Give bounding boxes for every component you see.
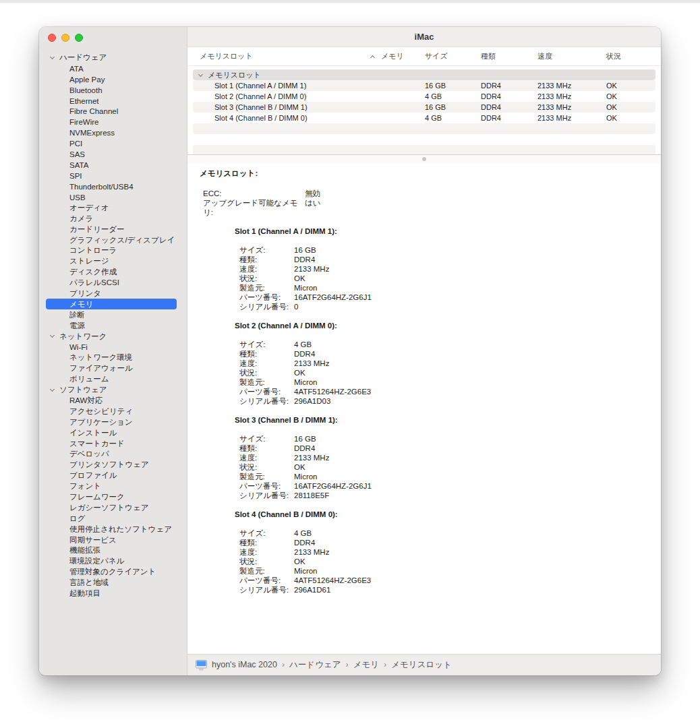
sidebar-item-category[interactable]: 診断 (39, 309, 187, 320)
sidebar-item-category[interactable]: ATA (39, 63, 187, 74)
sidebar-item-category[interactable]: ネットワーク環境 (39, 353, 187, 363)
chevron-down-icon[interactable] (50, 55, 55, 59)
sidebar-item-label: デベロッパ (69, 449, 109, 459)
chevron-down-icon[interactable] (50, 333, 55, 338)
sidebar-item-category[interactable]: Apple Pay (39, 74, 187, 85)
sidebar-item-category[interactable]: ディスク作成 (39, 267, 187, 278)
cell-size: 4 GB (425, 114, 481, 122)
sidebar-item-category[interactable]: プリンタ (39, 289, 187, 299)
table-row[interactable]: Slot 3 (Channel B / DIMM 1)16 GBDDR42133… (193, 102, 655, 113)
sidebar-item-category[interactable]: インストール (39, 427, 187, 438)
cell-status: OK (606, 103, 655, 111)
sidebar-item-category[interactable]: フレームワーク (39, 492, 187, 503)
detail-field: 製造元:Micron (239, 377, 661, 387)
zoom-window-button[interactable] (75, 34, 83, 42)
sidebar-item-label: カメラ (69, 214, 93, 224)
sidebar-item-label: Thunderbolt/USB4 (69, 183, 134, 191)
detail-field-value: 2133 MHz (294, 264, 329, 274)
column-header[interactable]: 速度 (537, 51, 606, 61)
sidebar-item-category[interactable]: 同期サービス (39, 535, 187, 545)
sidebar-item-category[interactable]: プリンタソフトウェア (39, 460, 187, 471)
sidebar-item-category[interactable]: Ethernet (39, 96, 187, 107)
column-header[interactable]: 種類 (481, 51, 537, 61)
table-row[interactable]: Slot 2 (Channel A / DIMM 0)4 GBDDR42133 … (193, 91, 655, 102)
sidebar-item-category[interactable]: 機能拡張 (39, 545, 187, 556)
sidebar-item-category[interactable]: NVMExpress (39, 127, 187, 138)
sidebar-item-label: プリンタ (69, 289, 101, 299)
breadcrumb: hyon's iMac 2020›ハードウェア›メモリ›メモリスロット (212, 659, 452, 671)
sidebar-item-category[interactable]: アプリケーション (39, 417, 187, 427)
column-header[interactable]: メモリ (381, 51, 425, 61)
sidebar-item-category[interactable]: Bluetooth (39, 85, 187, 96)
sidebar-item-label: 機能拡張 (69, 545, 100, 555)
sidebar-item-label: SATA (69, 161, 88, 169)
sidebar-item-category[interactable]: アクセシビリティ (39, 406, 187, 417)
sidebar-item-group[interactable]: ソフトウェア (39, 385, 187, 396)
sidebar-item-category[interactable]: ボリューム (39, 374, 187, 385)
sidebar-item-category[interactable]: レガシーソフトウェア (39, 502, 187, 513)
sidebar-item-category[interactable]: カードリーダー (39, 224, 187, 235)
sidebar-item-category[interactable]: Wi-Fi (39, 342, 187, 353)
sidebar-item-category[interactable]: 起動項目 (39, 588, 187, 599)
table-row[interactable]: Slot 1 (Channel A / DIMM 1)16 GBDDR42133… (193, 80, 655, 91)
column-header[interactable]: サイズ (425, 51, 481, 61)
table-group-row[interactable]: メモリスロット (193, 69, 655, 80)
sidebar-item-category[interactable]: デベロッパ (39, 449, 187, 460)
sidebar-item-category[interactable]: 管理対象のクライアント (39, 567, 187, 578)
sidebar-item-category[interactable]: 言語と地域 (39, 578, 187, 588)
detail-field-label: パーツ番号: (239, 481, 294, 491)
table-row[interactable]: Slot 4 (Channel B / DIMM 0)4 GBDDR42133 … (193, 113, 655, 123)
sidebar-item-category[interactable]: SATA (39, 160, 187, 171)
sidebar-item-label: PCI (69, 140, 82, 148)
sidebar-item-category[interactable]: フォント (39, 481, 187, 492)
sidebar-item-category[interactable]: RAW対応 (39, 396, 187, 406)
sidebar-item-category[interactable]: Fibre Channel (39, 106, 187, 117)
sidebar-item-category[interactable]: 環境設定パネル (39, 556, 187, 567)
chevron-down-icon[interactable] (50, 387, 55, 392)
sidebar-item-category[interactable]: スマートカード (39, 438, 187, 449)
sidebar-item-category[interactable]: グラフィックス/ディスプレイ (39, 235, 187, 245)
sidebar: ハードウェアATAApple PayBluetoothEthernetFibre… (39, 27, 187, 675)
sidebar-item-category[interactable]: Thunderbolt/USB4 (39, 181, 187, 192)
close-window-button[interactable] (48, 34, 56, 42)
detail-field: 製造元:Micron (239, 472, 661, 481)
detail-field-label: 状況: (239, 557, 294, 566)
detail-field-value: 2133 MHz (294, 359, 329, 368)
sidebar-item-category[interactable]: SPI (39, 171, 187, 181)
sidebar-item-category[interactable]: ストレージ (39, 256, 187, 267)
sidebar-item-category[interactable]: 使用停止されたソフトウェア (39, 524, 187, 535)
sidebar-item-label: アプリケーション (69, 417, 133, 427)
detail-field-value: 2133 MHz (294, 453, 329, 462)
sidebar-item-category[interactable]: PCI (39, 138, 187, 149)
sidebar-item-category[interactable]: オーディオ (39, 202, 187, 213)
sidebar-item-category[interactable]: カメラ (39, 213, 187, 224)
sidebar-item-category[interactable]: FireWire (39, 117, 187, 127)
slot-section: Slot 4 (Channel B / DIMM 0):サイズ:4 GB種類:D… (200, 510, 661, 595)
sidebar-item-category[interactable]: ファイアウォール (39, 363, 187, 374)
detail-field: パーツ番号:16ATF2G64HZ-2G6J1 (239, 293, 661, 302)
details-pane: メモリスロット: ECC:無効アップグレード可能なメモリ:はい Slot 1 (… (187, 163, 661, 654)
column-header[interactable]: 状況 (606, 51, 655, 61)
detail-field: シリアル番号:28118E5F (239, 491, 661, 500)
category-list: ハードウェアATAApple PayBluetoothEthernetFibre… (39, 49, 187, 599)
sidebar-item-label: オーディオ (69, 203, 109, 213)
sort-ascending-icon (370, 55, 375, 59)
sidebar-item-group[interactable]: ネットワーク (39, 331, 187, 342)
slot-section: Slot 3 (Channel B / DIMM 1):サイズ:16 GB種類:… (200, 415, 661, 500)
sidebar-item-category[interactable]: USB (39, 192, 187, 203)
sidebar-item-category[interactable]: コントローラ (39, 245, 187, 256)
sidebar-item-category[interactable]: メモリ (46, 299, 177, 309)
sidebar-item-category[interactable]: SAS (39, 149, 187, 160)
sidebar-item-category[interactable]: 電源 (39, 320, 187, 331)
pane-splitter[interactable] (187, 154, 661, 163)
cell-name: Slot 4 (Channel B / DIMM 0) (193, 114, 381, 122)
column-header[interactable]: メモリスロット (193, 51, 381, 61)
sidebar-item-category[interactable]: ログ (39, 513, 187, 524)
minimize-window-button[interactable] (61, 34, 69, 42)
detail-field: サイズ:4 GB (239, 340, 661, 349)
sidebar-item-category[interactable]: パラレルSCSI (39, 278, 187, 289)
sidebar-item-label: カードリーダー (69, 224, 125, 235)
sidebar-item-category[interactable]: プロファイル (39, 471, 187, 481)
sidebar-item-label: ネットワーク環境 (69, 353, 132, 363)
sidebar-item-group[interactable]: ハードウェア (39, 53, 187, 63)
